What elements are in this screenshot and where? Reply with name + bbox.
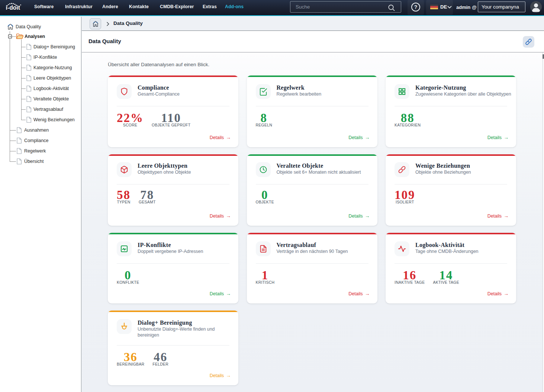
svg-text:?: ? xyxy=(414,4,418,10)
svg-text:i-doit: i-doit xyxy=(6,4,20,11)
